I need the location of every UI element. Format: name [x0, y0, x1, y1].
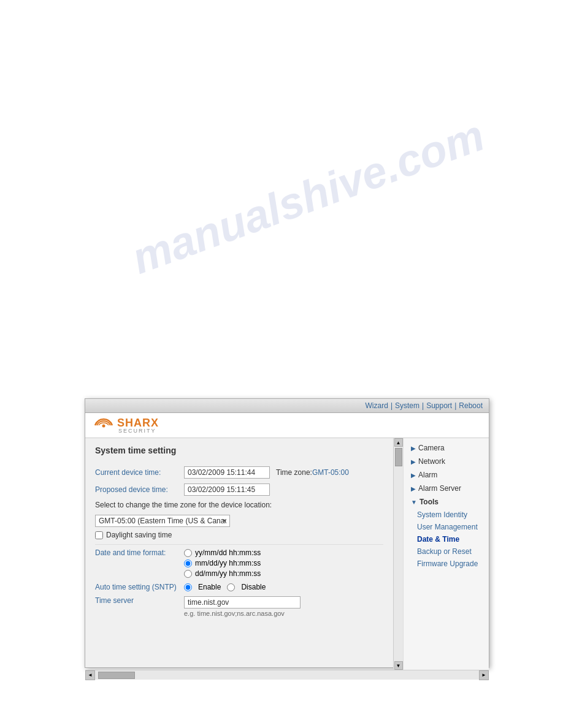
- sidebar-item-alarm[interactable]: ▶ Alarm: [404, 468, 489, 482]
- sntp-label: Auto time setting (SNTP): [95, 583, 184, 591]
- format-radio-1[interactable]: [184, 549, 192, 557]
- horizontal-scrollbar: ◄ ►: [85, 670, 489, 680]
- daylight-saving-row: Daylight saving time: [95, 531, 383, 539]
- sidebar-firmware-upgrade[interactable]: Firmware Upgrade: [404, 558, 489, 570]
- timezone-value: GMT-05:00: [312, 468, 349, 477]
- sidebar-tools-header[interactable]: ▼ Tools: [404, 495, 489, 509]
- wizard-link[interactable]: Wizard: [366, 401, 388, 410]
- sntp-enable-radio[interactable]: [184, 583, 192, 591]
- brand-name: SHARX: [117, 417, 159, 429]
- scroll-thumb[interactable]: [395, 448, 402, 466]
- watermark: manualshive.com: [125, 110, 491, 284]
- sntp-disable-label: Disable: [241, 583, 266, 591]
- format-option1-row: yy/mm/dd hh:mm:ss: [184, 548, 261, 557]
- camera-arrow-icon: ▶: [411, 445, 416, 452]
- timezone-select-wrapper[interactable]: GMT-05:00 (Eastern Time (US & Canada), .…: [95, 515, 230, 527]
- scroll-right-button[interactable]: ►: [479, 670, 489, 680]
- format-label-3: dd/mm/yy hh:mm:ss: [195, 569, 261, 578]
- format-label-2: mm/dd/yy hh:mm:ss: [195, 559, 261, 567]
- daylight-saving-label: Daylight saving time: [106, 531, 172, 539]
- alarm-server-arrow-icon: ▶: [411, 485, 416, 492]
- reboot-link[interactable]: Reboot: [459, 401, 483, 410]
- current-time-input[interactable]: [184, 466, 270, 479]
- top-nav-bar: Wizard | System | Support | Reboot: [85, 399, 489, 413]
- timezone-select[interactable]: GMT-05:00 (Eastern Time (US & Canada), .…: [95, 515, 230, 527]
- time-server-label: Time server: [95, 596, 184, 605]
- timezone-dropdown-row: GMT-05:00 (Eastern Time (US & Canada), .…: [95, 515, 383, 527]
- sidebar-user-management[interactable]: User Management: [404, 521, 489, 533]
- sidebar-item-network[interactable]: ▶ Network: [404, 455, 489, 468]
- network-arrow-icon: ▶: [411, 458, 416, 465]
- sidebar: ▶ Camera ▶ Network ▶ Alarm ▶ Alarm Serve…: [403, 438, 489, 670]
- proposed-time-input[interactable]: [184, 483, 270, 496]
- svg-point-0: [102, 425, 105, 428]
- current-time-label: Current device time:: [95, 468, 184, 477]
- daylight-saving-checkbox[interactable]: [95, 531, 103, 539]
- sntp-row: Auto time setting (SNTP) Enable Disable: [95, 583, 383, 591]
- sidebar-date-time[interactable]: Date & Time: [404, 533, 489, 545]
- sidebar-backup-reset[interactable]: Backup or Reset: [404, 545, 489, 558]
- scroll-down-button[interactable]: ▼: [394, 661, 403, 670]
- sntp-disable-radio[interactable]: [227, 583, 235, 591]
- format-radio-2[interactable]: [184, 559, 192, 567]
- sharx-logo-icon: [91, 417, 115, 434]
- support-link[interactable]: Support: [426, 401, 452, 410]
- date-format-row: Date and time format: yy/mm/dd hh:mm:ss …: [95, 548, 383, 578]
- format-option2-row: mm/dd/yy hh:mm:ss: [184, 559, 261, 567]
- page-content: System time setting Current device time:…: [85, 438, 393, 670]
- horizontal-scroll-thumb[interactable]: [98, 672, 135, 679]
- sidebar-item-alarm-server[interactable]: ▶ Alarm Server: [404, 482, 489, 495]
- sidebar-tools-label: Tools: [419, 498, 439, 506]
- sidebar-alarm-server-label: Alarm Server: [418, 484, 461, 493]
- format-option3-row: dd/mm/yy hh:mm:ss: [184, 569, 261, 578]
- scroll-up-button[interactable]: ▲: [394, 438, 403, 447]
- proposed-time-label: Proposed device time:: [95, 485, 184, 494]
- date-format-group: yy/mm/dd hh:mm:ss mm/dd/yy hh:mm:ss dd/m…: [184, 548, 261, 578]
- timezone-label: Time zone:: [276, 468, 312, 477]
- sidebar-system-identity[interactable]: System Identity: [404, 509, 489, 521]
- logo: SHARX SECURITY: [91, 417, 159, 434]
- scroll-left-button[interactable]: ◄: [85, 670, 95, 680]
- timezone-select-label: Select to change the time zone for the d…: [95, 501, 272, 509]
- sntp-enable-label: Enable: [198, 583, 221, 591]
- divider1: [95, 544, 383, 545]
- time-server-hint: e.g. time.nist.gov;ns.arc.nasa.gov: [184, 610, 301, 617]
- sidebar-alarm-label: Alarm: [418, 471, 437, 479]
- content-area: System time setting Current device time:…: [85, 438, 489, 670]
- browser-window: Wizard | System | Support | Reboot SHARX…: [85, 398, 489, 668]
- sntp-options: Enable Disable: [184, 583, 266, 591]
- current-time-row: Current device time: Time zone: GMT-05:0…: [95, 466, 383, 479]
- page-title: System time setting: [95, 446, 383, 458]
- brand-subtitle: SECURITY: [118, 428, 159, 434]
- scroll-track: [95, 670, 479, 680]
- vertical-scrollbar: ▲ ▼: [393, 438, 403, 670]
- time-server-input[interactable]: [184, 596, 301, 609]
- system-link[interactable]: System: [395, 401, 419, 410]
- sidebar-camera-label: Camera: [418, 444, 445, 452]
- time-server-row: Time server e.g. time.nist.gov;ns.arc.na…: [95, 596, 383, 617]
- proposed-time-row: Proposed device time:: [95, 483, 383, 496]
- format-label-1: yy/mm/dd hh:mm:ss: [195, 548, 261, 557]
- sidebar-network-label: Network: [418, 457, 445, 466]
- format-radio-3[interactable]: [184, 570, 192, 578]
- tools-arrow-icon: ▼: [411, 499, 417, 506]
- date-format-label: Date and time format:: [95, 548, 184, 557]
- alarm-arrow-icon: ▶: [411, 472, 416, 479]
- logo-bar: SHARX SECURITY: [85, 413, 489, 438]
- sidebar-item-camera[interactable]: ▶ Camera: [404, 441, 489, 455]
- timezone-select-label-row: Select to change the time zone for the d…: [95, 501, 383, 512]
